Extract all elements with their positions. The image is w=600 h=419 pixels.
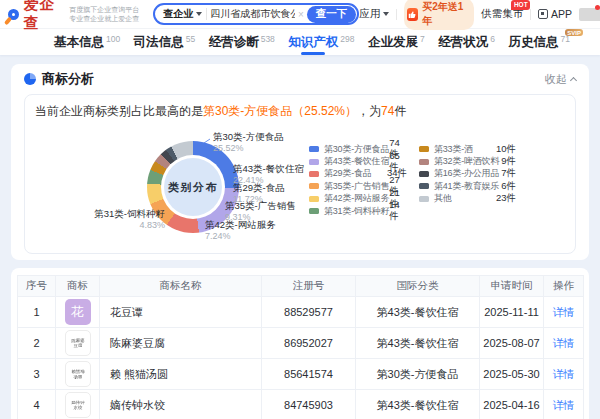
cell-reg-no: 86952027 (262, 328, 356, 359)
search-input[interactable] (207, 9, 298, 20)
chart-legend-col2: 第33类-酒10件第32类-啤酒饮料9件第16类-办公用品7件第41类-教育娱乐… (419, 143, 516, 205)
callout-percent: 25.52% (213, 143, 284, 155)
tab-7[interactable]: 历史信息71SVIP (509, 29, 570, 55)
cell-action: 详情 (544, 390, 584, 419)
table-header-cell: 商标名称 (100, 276, 262, 297)
divider (396, 9, 397, 20)
tab-label: 企业发展 (368, 34, 418, 51)
legend-label: 第16类-办公用品 (434, 167, 499, 180)
tab-3[interactable]: 经营诊断538 (209, 29, 275, 55)
cell-apply-date: 2025-08-07 (480, 328, 544, 359)
legend-item[interactable]: 第16类-办公用品7件 (419, 168, 516, 180)
tab-2[interactable]: 司法信息55 (134, 29, 195, 55)
callout-percent: 7.24% (205, 231, 276, 243)
logo-tagline: 百度旗下企业查询平台 专业查企业就上爱企查 (69, 5, 139, 24)
search-type-dropdown[interactable]: 查企业 (155, 7, 206, 21)
aiqicha-logo[interactable]: 爱企查 (8, 0, 67, 33)
cell-index: 4 (18, 390, 56, 419)
legend-color-chip (309, 146, 319, 152)
tab-label: 司法信息 (134, 34, 184, 51)
table-header-row: 序号商标商标名称注册号国际分类申请时间操作 (18, 276, 584, 297)
collapse-button[interactable]: 收起 (545, 72, 576, 87)
summary-highlight: 第30类-方便食品（25.52%） (203, 104, 357, 118)
legend-label: 第32类-啤酒饮料 (434, 155, 499, 168)
table-header-cell: 注册号 (262, 276, 356, 297)
cell-intl-class: 第30类-方便食品 (356, 359, 480, 390)
cell-reg-no: 84745903 (262, 390, 356, 419)
detail-link[interactable]: 详情 (553, 399, 575, 411)
promo-pill[interactable]: 买2年送1年 (404, 0, 474, 30)
legend-color-chip (419, 183, 429, 189)
user-avatar[interactable] (579, 8, 600, 21)
trademark-image: 嫡传钟水饺 (65, 392, 91, 418)
tab-count: 298 (340, 34, 354, 44)
summary-mid: ，为 (357, 104, 381, 118)
topbar-right: 应用 买2年送1年 供需集市 HOT APP (359, 0, 600, 30)
cell-name: 嫡传钟水饺 (100, 390, 262, 419)
tagline-line2: 专业查企业就上爱企查 (69, 14, 139, 23)
tab-label: 知识产权 (288, 34, 338, 51)
callout-name: 第35类-广告销售 (225, 200, 296, 212)
legend-color-chip (309, 196, 319, 202)
donut-center-label: 类别分布 (164, 158, 222, 216)
legend-count: 10件 (496, 143, 516, 156)
cell-mark: 嫡传钟水饺 (56, 390, 100, 419)
cell-name: 赖 熊猫汤圆 (100, 359, 262, 390)
chart-panel: 当前企业商标类别占比最高的是第30类-方便食品（25.52%），为74件 类别分… (24, 94, 576, 254)
detail-link[interactable]: 详情 (553, 306, 575, 318)
tab-label: 经营诊断 (209, 34, 259, 51)
legend-color-chip (309, 171, 319, 177)
tab-label: 基本信息 (54, 34, 104, 51)
legend-label: 第41类-教育娱乐 (434, 180, 499, 193)
legend-color-chip (419, 171, 429, 177)
table-header-cell: 申请时间 (480, 276, 544, 297)
tab-4[interactable]: 知识产权298 (288, 29, 354, 55)
legend-item[interactable]: 第32类-啤酒饮料9件 (419, 155, 516, 167)
apps-dropdown[interactable]: 应用 (359, 7, 389, 21)
detail-link[interactable]: 详情 (553, 368, 575, 380)
app-label: APP (551, 8, 572, 20)
search-type-label: 查企业 (163, 7, 193, 21)
cell-intl-class: 第43类-餐饮住宿 (356, 297, 480, 328)
cell-apply-date: 2025-11-11 (480, 297, 544, 328)
magnifier-logo-icon (8, 9, 19, 20)
legend-label: 第30类-方便食品 (324, 143, 389, 156)
callout-name: 第31类-饲料种籽 (63, 208, 165, 220)
tab-label: 经营状况 (438, 34, 488, 51)
detail-link[interactable]: 详情 (553, 337, 575, 349)
chevron-up-icon (570, 77, 577, 84)
search-button[interactable]: 查一下 (307, 6, 357, 23)
legend-label: 第42类-网站服务 (324, 192, 389, 205)
table-row: 2陈麻婆豆腐陈麻婆豆腐86952027第43类-餐饮住宿2025-08-07详情 (18, 328, 584, 359)
legend-item[interactable]: 第43类-餐饮住宿65件 (309, 155, 407, 167)
tab-6[interactable]: 经营状况6 (438, 29, 495, 55)
cell-action: 详情 (544, 359, 584, 390)
trademark-logo-text: 陈麻婆豆腐 (71, 338, 84, 348)
tab-count: 7 (420, 34, 425, 44)
trademark-image: 赖熊猫汤圆 (65, 361, 91, 387)
legend-item[interactable]: 第31类-饲料种籽14件 (309, 205, 407, 217)
legend-item[interactable]: 第33类-酒10件 (419, 143, 516, 155)
app-window-icon (538, 9, 548, 19)
trademark-logo-text: 嫡传钟水饺 (71, 400, 84, 410)
active-tab-underline (301, 52, 325, 55)
legend-item[interactable]: 第41类-教育娱乐6件 (419, 180, 516, 192)
trademark-image: 陈麻婆豆腐 (65, 330, 91, 356)
app-download-link[interactable]: APP (538, 8, 572, 20)
clear-icon[interactable]: × (298, 9, 304, 20)
legend-color-chip (309, 159, 319, 165)
tab-5[interactable]: 企业发展7 (368, 29, 425, 55)
chart-callout: 第30类-方便食品25.52% (213, 131, 284, 155)
chevron-down-icon (383, 12, 389, 16)
cell-name: 花豆谭 (100, 297, 262, 328)
legend-item[interactable]: 其他23件 (419, 193, 516, 205)
supply-market-link[interactable]: 供需集市 HOT (481, 7, 523, 21)
cell-mark: 赖熊猫汤圆 (56, 359, 100, 390)
trademark-image: 花 (65, 299, 91, 325)
cell-index: 3 (18, 359, 56, 390)
section-header: 商标分析 收起 (24, 70, 576, 88)
cell-action: 详情 (544, 297, 584, 328)
legend-color-chip (309, 183, 319, 189)
callout-name: 第30类-方便食品 (213, 131, 284, 143)
legend-count: 6件 (501, 180, 516, 193)
